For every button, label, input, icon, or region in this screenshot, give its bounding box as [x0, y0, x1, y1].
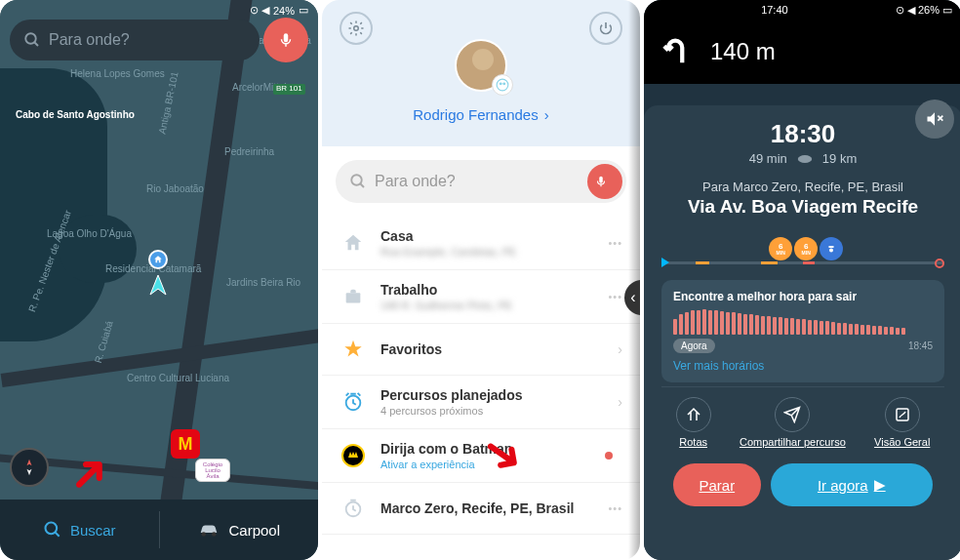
traffic-bars: [673, 309, 933, 335]
menu-item-favorites[interactable]: Favoritos ›: [322, 324, 640, 376]
compass-button[interactable]: [10, 448, 49, 487]
profile-header: Rodrigo Fernandes ›: [322, 0, 640, 146]
stop-button[interactable]: Parar: [673, 463, 761, 506]
power-icon: [598, 20, 614, 36]
mute-button[interactable]: [915, 100, 954, 139]
item-sub: 148 R. Guilherme Pinto, PE: [380, 300, 608, 311]
go-label: Ir agora: [818, 477, 868, 494]
overview-label: Visão Geral: [874, 436, 930, 448]
buscar-tab[interactable]: Buscar: [0, 500, 159, 560]
power-button[interactable]: [589, 12, 622, 45]
svg-point-11: [351, 175, 362, 185]
option-row: Rotas Compartilhar percurso Visão Geral: [661, 386, 944, 456]
svg-point-19: [798, 155, 812, 163]
menu-item-recent[interactable]: Marco Zero, Recife, PE, Brasil •••: [322, 483, 640, 535]
go-now-button[interactable]: Ir agora ▶: [771, 463, 933, 506]
best-time-card[interactable]: Encontre a melhor hora para sair Agora 1…: [661, 280, 944, 382]
search-bar[interactable]: Para onde?: [336, 160, 626, 203]
home-pin-icon[interactable]: [148, 250, 168, 269]
chevron-right-icon: ›: [544, 106, 549, 123]
voice-search-button[interactable]: [587, 164, 622, 199]
routes-button[interactable]: Rotas: [676, 397, 711, 448]
map-label: Centro Cultural Luciana: [127, 373, 229, 383]
menu-list: CasaRua Example, Candeias, PE ••• Trabal…: [322, 217, 640, 560]
search-icon: [349, 173, 367, 190]
menu-item-work[interactable]: Trabalho148 R. Guilherme Pinto, PE •••: [322, 270, 640, 324]
carpool-tab[interactable]: Carpool: [160, 500, 319, 560]
battery-text: 26%: [918, 4, 940, 16]
battery-text: 24%: [273, 5, 295, 17]
clock-text: 17:40: [761, 4, 788, 16]
routes-icon: [685, 406, 702, 423]
mood-badge-icon: [492, 74, 513, 96]
car-icon: [197, 521, 220, 539]
item-title: Casa: [380, 228, 608, 244]
duration-text: 49 min: [749, 151, 787, 166]
gear-icon: [347, 20, 365, 37]
svg-point-8: [497, 79, 508, 91]
more-times-link[interactable]: Ver mais horários: [673, 359, 933, 373]
waze-icon: [797, 154, 813, 164]
map-label: Rio Jaboatão: [146, 183, 204, 194]
more-icon[interactable]: •••: [608, 237, 622, 249]
status-bar: ⊙ ◀ 24% ▭: [240, 0, 318, 20]
batman-icon: [340, 442, 367, 469]
svg-point-7: [354, 26, 359, 31]
item-sub: Rua Example, Candeias, PE: [380, 246, 608, 258]
more-icon[interactable]: •••: [608, 502, 622, 514]
bottom-nav: Buscar Carpool: [0, 500, 318, 560]
svg-line-1: [34, 42, 38, 46]
svg-point-6: [212, 532, 217, 537]
routes-label: Rotas: [679, 436, 707, 448]
username-link[interactable]: Rodrigo Fernandes ›: [413, 106, 548, 135]
search-bar[interactable]: Para onde?: [10, 20, 260, 60]
police-badge-icon: [820, 237, 843, 260]
route-screen: 17:40 ⊙ ◀ 26% ▭ 140 m 18:30 49 min 19 km…: [644, 0, 960, 560]
now-badge: Agora: [673, 339, 715, 353]
menu-item-home[interactable]: CasaRua Example, Candeias, PE •••: [322, 217, 640, 270]
overview-icon: [894, 406, 911, 423]
mic-icon: [594, 175, 608, 188]
share-button[interactable]: Compartilhar percurso: [740, 397, 846, 448]
search-icon: [23, 31, 41, 49]
svg-line-4: [55, 533, 59, 537]
svg-rect-2: [284, 33, 289, 42]
svg-rect-14: [346, 293, 361, 302]
menu-item-planned[interactable]: Percursos planejados4 percursos próximos…: [322, 376, 640, 429]
share-label: Compartilhar percurso: [740, 436, 846, 448]
time-end: 18:45: [908, 340, 933, 351]
svg-point-10: [503, 83, 505, 85]
timeline-start-icon: [661, 258, 669, 267]
road-badge: BR 101: [273, 84, 305, 95]
overview-button[interactable]: Visão Geral: [874, 397, 930, 448]
item-title: Marco Zero, Recife, PE, Brasil: [380, 500, 608, 516]
lucilo-poi[interactable]: Colégio Lucilo Ávila: [195, 459, 230, 482]
history-icon: [340, 495, 367, 522]
player-marker-icon: [146, 273, 170, 297]
mcdonalds-poi[interactable]: M: [171, 429, 200, 459]
route-timeline: 6MIN 6MIN: [661, 235, 944, 264]
username-text: Rodrigo Fernandes: [413, 106, 538, 123]
search-placeholder: Para onde?: [375, 173, 456, 190]
home-icon: [340, 229, 367, 257]
hazard-badge: 6MIN: [794, 237, 818, 260]
item-title: Favoritos: [380, 341, 618, 357]
distance-text: 140 m: [710, 38, 776, 65]
map-canvas[interactable]: Mineração Aurora Helena Lopes Gomes Arce…: [0, 0, 318, 500]
nav-instruction: 140 m: [644, 20, 960, 84]
mic-icon: [277, 31, 295, 49]
map-label: Helena Lopes Gomes: [70, 68, 165, 79]
hazard-badge: 6MIN: [769, 237, 792, 260]
item-sub: 4 percursos próximos: [380, 405, 618, 417]
battery-icon: ▭: [299, 4, 308, 17]
voice-search-button[interactable]: [263, 18, 308, 62]
menu-item-batman[interactable]: Dirija com o BatmanAtivar a experiência: [322, 429, 640, 483]
stop-label: Parar: [699, 477, 735, 494]
settings-button[interactable]: [340, 12, 373, 45]
search-placeholder: Para onde?: [49, 31, 130, 49]
distance-text: 19 km: [822, 151, 857, 166]
action-row: Parar Ir agora ▶: [661, 456, 944, 518]
item-sub: Ativar a experiência: [380, 459, 605, 470]
item-title: Trabalho: [380, 282, 608, 298]
more-icon[interactable]: •••: [608, 291, 622, 302]
